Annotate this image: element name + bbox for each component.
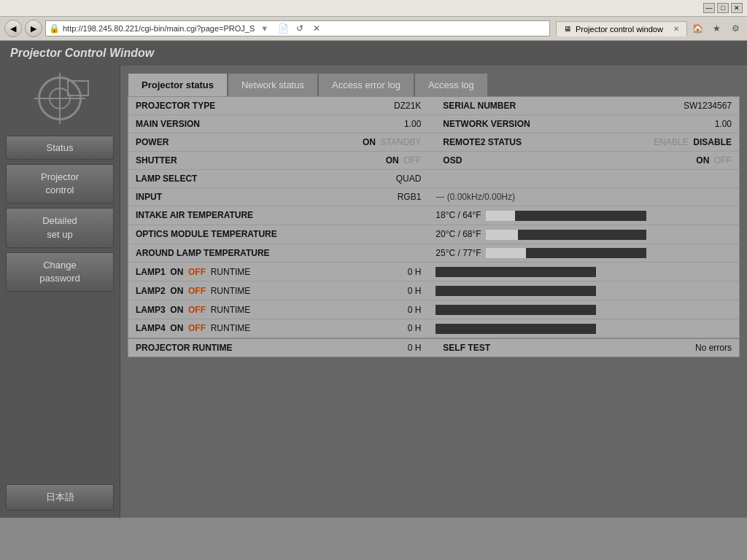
sidebar-item-detailed-setup[interactable]: Detailedset up — [6, 208, 114, 247]
power-standby: STANDBY — [381, 137, 422, 147]
lamp2-on: ON — [170, 286, 183, 296]
stop-icon[interactable]: ✕ — [309, 21, 324, 36]
tab-close-icon[interactable]: ✕ — [673, 25, 679, 33]
lamp3-off: OFF — [188, 305, 206, 315]
network-version-label: NETWORK VERSION — [428, 115, 560, 133]
osd-label: OSD — [428, 152, 560, 170]
power-label: POWER — [128, 133, 289, 152]
around-lamp-cell: 25°C / 77°F — [428, 244, 739, 262]
tab-title: Projector control window — [576, 25, 663, 34]
lamp4-runtime-value: 0 H — [289, 319, 428, 338]
network-version-value: 1.00 — [560, 115, 739, 133]
optics-temp-value: 20°C / 68°F — [436, 229, 481, 239]
self-test-label: SELF TEST — [428, 338, 560, 357]
lamp1-bar-cell — [428, 262, 739, 281]
settings-icon[interactable]: ⚙ — [728, 21, 743, 36]
intake-temp-cell: 18°C / 64°F — [428, 206, 739, 225]
lamp1-label: LAMP1 ON OFF RUNTIME — [128, 262, 289, 281]
sidebar-item-projector-control[interactable]: Projectorcontrol — [6, 164, 114, 203]
home-icon[interactable]: 🏠 — [690, 21, 705, 36]
browser-titlebar: — □ ✕ — [0, 0, 747, 17]
lamp4-label: LAMP4 ON OFF RUNTIME — [128, 319, 289, 338]
close-button[interactable]: ✕ — [731, 3, 743, 13]
table-row: LAMP1 ON OFF RUNTIME 0 H — [128, 262, 739, 281]
table-row: SHUTTER ON OFF OSD ON OFF — [128, 152, 739, 170]
table-row: AROUND LAMP TEMPERATURE 25°C / 77°F — [128, 244, 739, 262]
browser-toolbar: ◀ ▶ 🔒 http://198.245.80.221/cgi-bin/main… — [0, 17, 747, 40]
status-table: PROJECTOR TYPE DZ21K SERIAL NUMBER SW123… — [128, 97, 739, 357]
shutter-status: ON OFF — [289, 152, 428, 170]
osd-on: ON — [696, 155, 709, 166]
refresh-icon[interactable]: ↺ — [293, 21, 307, 36]
lamp2-off: OFF — [188, 286, 206, 296]
lamp2-runtime-label: RUNTIME — [211, 286, 251, 296]
remote2-status: ENABLE DISABLE — [560, 133, 739, 152]
power-on: ON — [363, 137, 376, 147]
lamp3-on: ON — [170, 305, 183, 315]
table-row: MAIN VERSION 1.00 NETWORK VERSION 1.00 — [128, 115, 739, 133]
main-version-value: 1.00 — [289, 115, 428, 133]
around-lamp-value: 25°C / 77°F — [436, 248, 481, 258]
table-row: OPTICS MODULE TEMPERATURE 20°C / 68°F — [128, 225, 739, 244]
shutter-off: OFF — [403, 155, 421, 166]
lamp4-bar-cell — [428, 319, 739, 338]
lamp3-bar-cell — [428, 300, 739, 319]
serial-number-label: SERIAL NUMBER — [428, 97, 560, 115]
remote2-label: REMOTE2 STATUS — [428, 133, 560, 152]
shutter-label: SHUTTER — [128, 152, 289, 170]
shutter-on: ON — [386, 155, 399, 166]
table-row: POWER ON STANDBY REMOTE2 STATUS ENABLE D… — [128, 133, 739, 152]
lamp2-bar-cell — [428, 281, 739, 300]
language-button[interactable]: 日本語 — [6, 484, 114, 510]
intake-temp-label: INTAKE AIR TEMPERATURE — [128, 206, 428, 225]
lamp3-runtime-label: RUNTIME — [211, 305, 251, 315]
lamp-select-value: QUAD — [289, 170, 428, 188]
sidebar-item-change-password[interactable]: Changepassword — [6, 252, 114, 292]
osd-off: OFF — [714, 155, 732, 166]
self-test-value: No errors — [560, 338, 739, 357]
sidebar-item-status[interactable]: Status — [6, 136, 114, 160]
table-row: LAMP4 ON OFF RUNTIME 0 H — [128, 319, 739, 338]
tab-bar: Projector status Network status Access e… — [128, 73, 740, 96]
tab-projector-status[interactable]: Projector status — [128, 73, 228, 96]
remote2-disable: DISABLE — [693, 137, 732, 147]
table-row: LAMP2 ON OFF RUNTIME 0 H — [128, 281, 739, 300]
tab-access-log[interactable]: Access log — [414, 73, 488, 96]
page-title: Projector Control Window — [10, 47, 154, 59]
serial-number-value: SW1234567 — [560, 97, 739, 115]
input-freq: --- (0.00kHz/0.00Hz) — [428, 188, 739, 206]
table-row: INPUT RGB1 --- (0.00kHz/0.00Hz) — [128, 188, 739, 206]
projector-logo — [23, 73, 96, 124]
optics-temp-cell: 20°C / 68°F — [428, 225, 739, 244]
lamp4-on: ON — [170, 323, 183, 333]
minimize-button[interactable]: — — [703, 3, 715, 13]
remote2-enable: ENABLE — [654, 137, 688, 147]
projector-type-value: DZ21K — [289, 97, 428, 115]
table-row: LAMP SELECT QUAD — [128, 170, 739, 188]
projector-runtime-label: PROJECTOR RUNTIME — [128, 338, 289, 357]
lamp2-label: LAMP2 ON OFF RUNTIME — [128, 281, 289, 300]
star-icon[interactable]: ★ — [709, 21, 724, 36]
lamp2-runtime-value: 0 H — [289, 281, 428, 300]
power-status: ON STANDBY — [289, 133, 428, 152]
browser-tab[interactable]: 🖥 Projector control window ✕ — [556, 21, 687, 36]
forward-button[interactable]: ▶ — [25, 20, 42, 37]
url-text: http://198.245.80.221/cgi-bin/main.cgi?p… — [63, 24, 255, 33]
page-title-bar: Projector Control Window — [0, 41, 747, 66]
lamp1-runtime-value: 0 H — [289, 262, 428, 281]
lamp-select-label: LAMP SELECT — [128, 170, 289, 188]
lamp3-label: LAMP3 ON OFF RUNTIME — [128, 300, 289, 319]
table-row: PROJECTOR RUNTIME 0 H SELF TEST No error… — [128, 338, 739, 357]
bookmark-icon[interactable]: 📄 — [276, 21, 290, 36]
input-label: INPUT — [128, 188, 289, 206]
tab-network-status[interactable]: Network status — [228, 73, 318, 96]
lamp4-off: OFF — [188, 323, 206, 333]
back-button[interactable]: ◀ — [4, 20, 22, 37]
intake-temp-value: 18°C / 64°F — [436, 210, 481, 220]
lamp1-off: OFF — [188, 267, 206, 277]
tab-access-error-log[interactable]: Access error log — [318, 73, 414, 96]
restore-button[interactable]: □ — [717, 3, 729, 13]
main-version-label: MAIN VERSION — [128, 115, 289, 133]
address-bar[interactable]: 🔒 http://198.245.80.221/cgi-bin/main.cgi… — [45, 20, 550, 36]
projector-type-label: PROJECTOR TYPE — [128, 97, 289, 115]
